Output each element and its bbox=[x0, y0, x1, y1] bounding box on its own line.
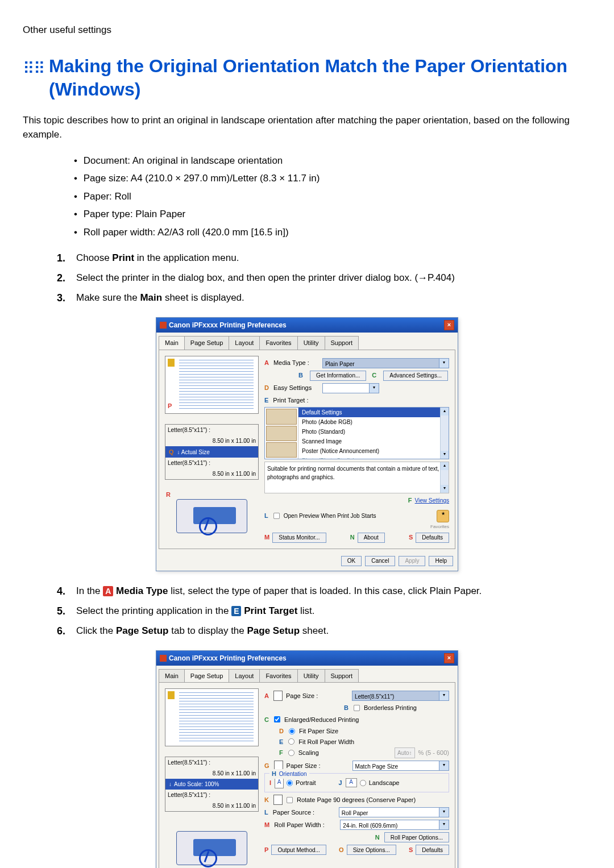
tab-main[interactable]: Main bbox=[159, 669, 185, 683]
text: Letter(8.5"x11") : bbox=[168, 791, 210, 799]
text: Choose bbox=[76, 252, 112, 263]
thumb-icon bbox=[266, 409, 297, 424]
help-button[interactable]: Help bbox=[429, 556, 453, 566]
portrait-radio[interactable] bbox=[287, 780, 293, 786]
tab-page-setup[interactable]: Page Setup bbox=[184, 336, 230, 350]
about-button[interactable]: About bbox=[358, 533, 385, 543]
arrow-down-icon[interactable]: ▾ bbox=[441, 485, 449, 493]
no-entry-icon bbox=[199, 849, 217, 867]
tab-utility[interactable]: Utility bbox=[297, 669, 325, 683]
roll-width-combo[interactable]: 24-in. Roll (609.6mm)▾ bbox=[340, 820, 449, 830]
advanced-settings-button[interactable]: Advanced Settings... bbox=[383, 371, 448, 381]
text: 24-in. Roll (609.6mm) bbox=[343, 823, 397, 829]
tab-layout[interactable]: Layout bbox=[229, 336, 260, 350]
borderless-checkbox[interactable] bbox=[354, 705, 360, 711]
close-icon[interactable]: × bbox=[444, 653, 454, 663]
fit-paper-radio[interactable] bbox=[289, 728, 295, 734]
apply-button[interactable]: Apply bbox=[399, 556, 425, 566]
label-C: C bbox=[264, 715, 269, 725]
list-item[interactable]: Default Settings bbox=[298, 408, 440, 417]
list-item[interactable]: Photo (Standard) bbox=[298, 427, 440, 437]
tab-favorites[interactable]: Favorites bbox=[259, 669, 297, 683]
arrow-up-icon[interactable]: ▴ bbox=[441, 462, 449, 470]
arrow-up-icon[interactable]: ▴ bbox=[441, 408, 449, 416]
tab-layout[interactable]: Layout bbox=[229, 669, 260, 683]
scaling-radio[interactable] bbox=[288, 750, 294, 756]
list-item: Document: An original in landscape orien… bbox=[74, 153, 591, 168]
defaults-button[interactable]: Defaults bbox=[416, 533, 449, 543]
get-information-button[interactable]: Get Information... bbox=[310, 371, 366, 381]
ok-button[interactable]: OK bbox=[341, 556, 362, 566]
size-options-button[interactable]: Size Options... bbox=[347, 845, 396, 855]
output-method-button[interactable]: Output Method... bbox=[271, 845, 326, 855]
rotate90-checkbox[interactable] bbox=[287, 797, 293, 803]
page-preview: P bbox=[165, 356, 259, 414]
text: 8.50 in x 11.00 in bbox=[213, 801, 256, 810]
arrow-down-icon[interactable]: ▾ bbox=[441, 451, 449, 459]
tab-main[interactable]: Main bbox=[159, 336, 185, 350]
media-type-label: Media Type : bbox=[273, 358, 319, 368]
title-row: ⠿⠿ Making the Original Orientation Match… bbox=[23, 55, 591, 102]
fit-roll-label: Fit Roll Paper Width bbox=[298, 737, 354, 747]
text: Letter(8.5"x11") : bbox=[168, 459, 210, 467]
label-L: L bbox=[264, 511, 268, 521]
status-monitor-button[interactable]: Status Monitor... bbox=[272, 533, 326, 543]
scrollbar[interactable]: ▴▾ bbox=[440, 462, 449, 493]
list-item[interactable]: Photo (Photo Studio) bbox=[298, 456, 440, 459]
label-A: A bbox=[264, 691, 269, 701]
media-type-combo[interactable]: Plain Paper▾ bbox=[322, 358, 449, 368]
intro-text: This topic describes how to print an ori… bbox=[23, 113, 591, 142]
paper-source-combo[interactable]: Roll Paper▾ bbox=[339, 807, 449, 817]
paper-size-combo[interactable]: Match Page Size▾ bbox=[352, 761, 449, 771]
enlarge-checkbox[interactable] bbox=[274, 716, 280, 722]
list-item: Paper type: Plain Paper bbox=[74, 207, 591, 222]
open-preview-checkbox[interactable] bbox=[273, 513, 280, 519]
tabs: Main Page Setup Layout Favorites Utility… bbox=[159, 336, 455, 350]
list-item[interactable]: Poster (Notice Announcement) bbox=[298, 446, 440, 456]
printing-preferences-dialog-main: Canon iPFxxxx Printing Preferences × Mai… bbox=[156, 317, 458, 571]
close-icon[interactable]: × bbox=[444, 320, 454, 330]
tab-utility[interactable]: Utility bbox=[297, 336, 325, 350]
view-settings-link[interactable]: View Settings bbox=[415, 497, 449, 504]
tab-support[interactable]: Support bbox=[325, 336, 359, 350]
list-item[interactable]: Photo (Adobe RGB) bbox=[298, 417, 440, 427]
label-E: E bbox=[264, 396, 268, 405]
easy-settings-label: Easy Settings bbox=[273, 383, 319, 393]
label-I: I bbox=[269, 778, 271, 788]
defaults-button[interactable]: Defaults bbox=[416, 845, 449, 855]
rotate90-label: Rotate Page 90 degrees (Conserve Paper) bbox=[297, 795, 416, 805]
thumb-icon bbox=[266, 442, 297, 458]
page-size-combo[interactable]: Letter(8.5"x11")▾ bbox=[352, 691, 449, 701]
label-P: P bbox=[168, 401, 172, 411]
label-L: L bbox=[264, 808, 268, 817]
titlebar: Canon iPFxxxx Printing Preferences × bbox=[156, 318, 458, 333]
scaling-spinner[interactable]: Auto ↕ bbox=[395, 747, 415, 758]
list-item: Roll paper width: A2/A3 roll (420.0 mm [… bbox=[74, 225, 591, 240]
text: In the bbox=[76, 585, 103, 596]
tab-support[interactable]: Support bbox=[325, 669, 359, 683]
favorites-icon[interactable]: ★ bbox=[437, 510, 449, 522]
list-item: Page size: A4 (210.0 × 297.0 mm)/Letter … bbox=[74, 171, 591, 186]
roll-paper-options-button[interactable]: Roll Paper Options... bbox=[384, 832, 449, 842]
printing-preferences-dialog-pagesetup: Canon iPFxxxx Printing Preferences × Mai… bbox=[156, 650, 458, 868]
label-N: N bbox=[375, 833, 380, 842]
chevron-down-icon: ▾ bbox=[439, 691, 449, 700]
cancel-button[interactable]: Cancel bbox=[365, 556, 395, 566]
label-F: F bbox=[408, 497, 412, 504]
step-6: Click the Page Setup tab to display the … bbox=[57, 624, 591, 639]
text: Suitable for printing normal documents t… bbox=[267, 466, 439, 480]
text: Auto bbox=[397, 749, 409, 757]
tab-page-setup[interactable]: Page Setup bbox=[184, 669, 230, 683]
list-item[interactable]: Scanned Image bbox=[298, 437, 440, 446]
scrollbar[interactable]: ▴▾ bbox=[440, 408, 449, 459]
print-target-listbox[interactable]: Default Settings Photo (Adobe RGB) Photo… bbox=[264, 407, 449, 459]
landscape-radio[interactable] bbox=[360, 780, 366, 786]
tab-favorites[interactable]: Favorites bbox=[259, 336, 297, 350]
text: Click the bbox=[76, 625, 116, 636]
fit-roll-radio[interactable] bbox=[288, 738, 294, 745]
text: sheet. bbox=[300, 625, 329, 636]
text: Match Page Size bbox=[355, 763, 399, 770]
easy-settings-combo[interactable]: ▾ bbox=[322, 383, 379, 393]
scaling-label: Scaling bbox=[298, 748, 319, 758]
app-icon bbox=[160, 655, 167, 662]
